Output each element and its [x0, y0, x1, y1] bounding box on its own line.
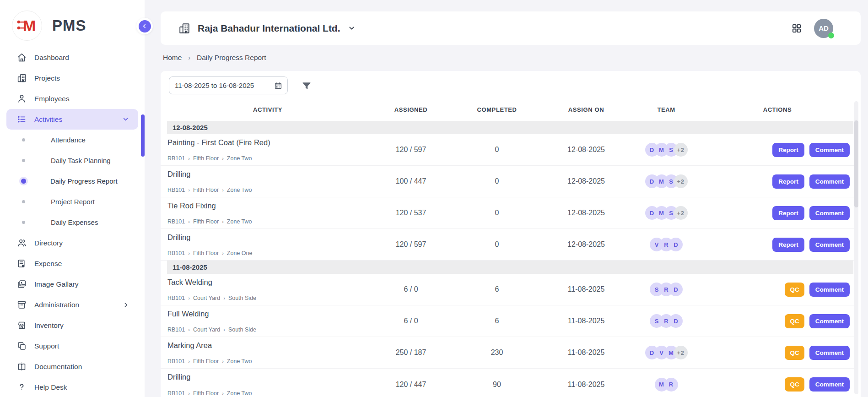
- sidebar-subitem-label: Daily Expenses: [51, 218, 98, 226]
- comment-button[interactable]: Comment: [809, 377, 850, 392]
- assign-on-date: 12-08-2025: [540, 146, 632, 154]
- comment-button[interactable]: Comment: [809, 174, 850, 189]
- activity-cell: Full Welding RB101› Court Yard› South Si…: [167, 305, 368, 337]
- question-icon: [17, 382, 27, 392]
- building-icon: [17, 73, 27, 83]
- sidebar-subitem-project-report[interactable]: Project Report: [0, 191, 145, 212]
- activity-title: Drilling: [167, 170, 368, 179]
- sidebar-subitem-attendance[interactable]: Attendance: [0, 130, 145, 150]
- date-range-input[interactable]: 11-08-2025 to 16-08-2025: [169, 76, 288, 94]
- activity-location-path: RB101› Fifth Floor› Zone One: [167, 250, 368, 256]
- qc-button[interactable]: QC: [785, 314, 804, 328]
- sidebar: M PMS Dashboard Projects Employees Activ…: [0, 0, 145, 397]
- report-button[interactable]: Report: [772, 174, 804, 189]
- activity-location-path: RB101› Fifth Floor› Zone Two: [167, 390, 368, 397]
- assign-on-date: 12-08-2025: [540, 240, 632, 249]
- sidebar-item-dashboard[interactable]: Dashboard: [0, 47, 145, 68]
- breadcrumb-home[interactable]: Home: [163, 54, 182, 62]
- qc-button[interactable]: QC: [785, 346, 804, 360]
- report-button[interactable]: Report: [772, 143, 804, 157]
- sidebar-collapse-button[interactable]: [136, 18, 153, 34]
- column-header-activity: ACTIVITY: [167, 106, 368, 113]
- actions-cell: Report Comment: [701, 174, 854, 189]
- filter-funnel-icon[interactable]: [302, 81, 312, 91]
- activity-title: Full Welding: [167, 310, 368, 318]
- sidebar-item-activities[interactable]: Activities: [6, 109, 138, 130]
- sidebar-subitem-daily-task-planning[interactable]: Daily Task Planning: [0, 150, 145, 171]
- qc-button[interactable]: QC: [785, 283, 804, 297]
- assigned-value: 100 / 447: [368, 177, 453, 185]
- chevron-right-icon: ›: [222, 156, 224, 161]
- table-row: Painting - First Coat (Fire Red) RB101› …: [161, 134, 854, 166]
- receipt-icon: [17, 259, 27, 268]
- sidebar-item-directory[interactable]: Directory: [0, 233, 145, 253]
- sidebar-item-label: Administration: [34, 301, 79, 309]
- sidebar-item-inventory[interactable]: Inventory: [0, 315, 145, 336]
- activity-cell: Tie Rod Fixing RB101› Fifth Floor› Zone …: [167, 197, 368, 228]
- chevron-right-icon: ›: [222, 359, 224, 364]
- sidebar-item-expense[interactable]: Expense: [0, 253, 145, 274]
- people-icon: [17, 238, 27, 248]
- sidebar-item-help-desk[interactable]: Help Desk: [0, 377, 145, 397]
- comment-button[interactable]: Comment: [809, 283, 850, 297]
- table-row: Full Welding RB101› Court Yard› South Si…: [161, 305, 854, 337]
- sidebar-subitem-label: Daily Progress Report: [50, 177, 118, 185]
- sidebar-item-documentation[interactable]: Documentation: [0, 356, 145, 377]
- activity-cell: Tack Welding RB101› Court Yard› South Si…: [167, 274, 368, 305]
- comment-button[interactable]: Comment: [809, 143, 850, 157]
- sidebar-item-image-gallary[interactable]: Image Gallary: [0, 274, 145, 294]
- chevron-down-icon: [122, 116, 129, 123]
- assign-on-date: 12-08-2025: [540, 177, 632, 185]
- activity-location-path: RB101› Court Yard› South Side: [167, 326, 368, 333]
- sidebar-subitem-daily-progress-report[interactable]: Daily Progress Report: [0, 171, 145, 191]
- actions-cell: Report Comment: [701, 143, 854, 157]
- comment-button[interactable]: Comment: [809, 206, 850, 220]
- sidebar-item-employees[interactable]: Employees: [0, 88, 145, 109]
- chevron-right-icon: ›: [188, 327, 190, 332]
- completed-value: 6: [453, 285, 540, 294]
- completed-value: 230: [453, 348, 540, 357]
- activity-location-path: RB101› Fifth Floor› Zone Two: [167, 155, 368, 162]
- sidebar-nav: Dashboard Projects Employees Activities …: [0, 47, 145, 397]
- activity-location-path: RB101› Fifth Floor› Zone Two: [167, 358, 368, 364]
- company-selector[interactable]: Raja Bahadur International Ltd.: [178, 11, 356, 45]
- team-avatar: D: [669, 314, 683, 328]
- scrollbar-thumb[interactable]: [854, 120, 858, 207]
- comment-button[interactable]: Comment: [809, 238, 850, 252]
- sidebar-item-projects[interactable]: Projects: [0, 68, 145, 88]
- qc-button[interactable]: QC: [785, 377, 804, 392]
- column-header-assign-on: ASSIGN ON: [540, 106, 632, 113]
- chevron-right-icon: ›: [188, 219, 190, 224]
- table-row: Drilling RB101› Fifth Floor› Zone Two 12…: [161, 369, 854, 397]
- date-group-header: 11-08-2025: [167, 261, 853, 274]
- team-avatar: R: [664, 378, 678, 392]
- sidebar-item-label: Dashboard: [34, 54, 69, 62]
- comment-button[interactable]: Comment: [809, 346, 850, 360]
- sidebar-item-administration[interactable]: Administration: [0, 294, 145, 315]
- activity-cell: Drilling RB101› Fifth Floor› Zone One: [167, 229, 368, 260]
- apps-grid-icon[interactable]: [791, 23, 802, 34]
- sidebar-item-label: Support: [34, 342, 59, 350]
- comment-button[interactable]: Comment: [809, 314, 850, 328]
- team-avatars: D M S +2: [632, 143, 701, 157]
- sidebar-subitem-label: Attendance: [51, 136, 86, 144]
- sidebar-item-support[interactable]: Support: [0, 336, 145, 356]
- chevron-right-icon: ›: [222, 187, 224, 193]
- activity-cell: Drilling RB101› Fifth Floor› Zone Two: [167, 166, 368, 197]
- team-avatars: M R: [632, 378, 701, 392]
- team-more-badge: +2: [674, 346, 688, 359]
- breadcrumb-current: Daily Progress Report: [197, 54, 266, 62]
- table-scrollbar: [854, 101, 858, 394]
- user-avatar[interactable]: AD: [814, 19, 833, 38]
- report-button[interactable]: Report: [772, 206, 804, 220]
- sidebar-subitem-daily-expenses[interactable]: Daily Expenses: [0, 212, 145, 233]
- team-avatar: D: [669, 283, 683, 296]
- sidebar-item-label: Expense: [34, 260, 62, 268]
- table-row: Drilling RB101› Fifth Floor› Zone Two 10…: [161, 166, 854, 197]
- assign-on-date: 11-08-2025: [540, 348, 632, 357]
- app-root: M PMS Dashboard Projects Employees Activ…: [0, 0, 868, 397]
- team-avatars: S R D: [632, 283, 701, 296]
- activity-title: Marking Area: [167, 341, 368, 350]
- report-button[interactable]: Report: [772, 238, 804, 252]
- bullet-icon: [22, 200, 25, 203]
